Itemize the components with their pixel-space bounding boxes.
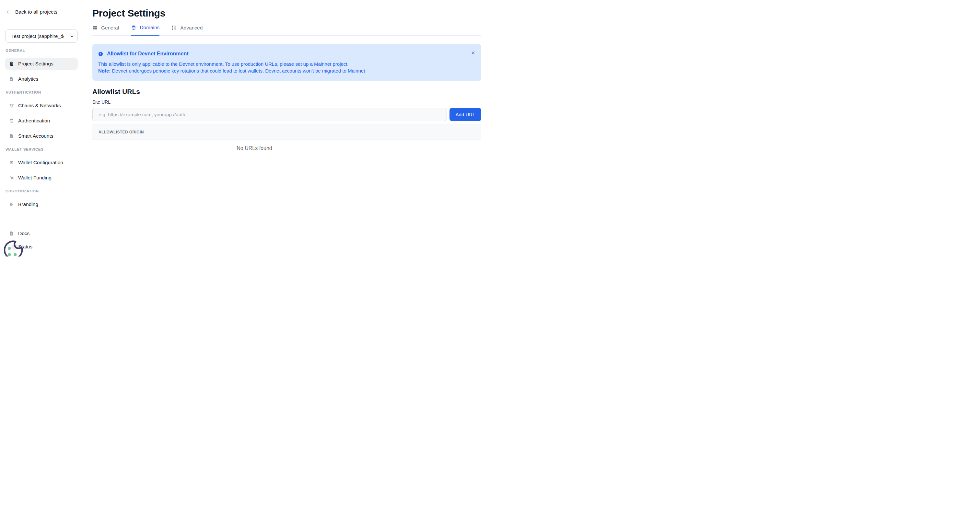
allowlist-urls-heading: Allowlist URLs [92, 88, 481, 95]
banner-line-2: Note: Devnet undergoes periodic key rota… [98, 67, 465, 74]
tab-advanced[interactable]: Advanced [172, 23, 202, 35]
section-label-authentication: AUTHENTICATION [5, 91, 78, 94]
sidebar-item-label: Wallet Funding [18, 175, 51, 181]
banner-header: Allowlist for Devnet Environment [98, 51, 465, 57]
sidebar-item-smart-accounts[interactable]: Smart Accounts [5, 130, 78, 142]
banner-title: Allowlist for Devnet Environment [107, 51, 189, 57]
file-chart-icon [9, 76, 14, 82]
devnet-allowlist-banner: Allowlist for Devnet Environment This al… [92, 44, 481, 81]
wifi-icon [9, 103, 14, 108]
section-label-general: GENERAL [5, 49, 78, 52]
database-icon [9, 118, 14, 123]
add-url-button[interactable]: Add URL [450, 108, 481, 121]
file-icon [9, 133, 14, 139]
sidebar-scroll-area: Test project (sapphire_de GENERAL Projec… [0, 24, 83, 211]
project-selector-dropdown[interactable]: Test project (sapphire_de [5, 29, 78, 43]
cookie-icon [3, 239, 25, 256]
url-input-row: Add URL [92, 108, 481, 121]
arrow-left-icon [5, 9, 11, 15]
page-title: Project Settings [92, 7, 481, 19]
banner-body: This allowlist is only applicable to the… [98, 60, 465, 74]
banner-note-text: Devnet undergoes periodic key rotations … [110, 68, 365, 73]
sidebar-item-docs[interactable]: Docs [5, 227, 78, 240]
sidebar: Back to all projects Test project (sapph… [0, 0, 83, 256]
branding-icon [9, 202, 14, 207]
section-label-wallet-services: WALLET SERVICES [5, 147, 78, 151]
banner-line-1: This allowlist is only applicable to the… [98, 60, 465, 67]
sidebar-item-wallet-funding[interactable]: Wallet Funding [5, 172, 78, 184]
column-header-label: ALLOWLISTED ORIGIN [99, 130, 144, 134]
back-label: Back to all projects [15, 9, 57, 15]
sidebar-item-label: Docs [18, 230, 30, 237]
tab-label: General [101, 25, 119, 31]
tab-label: Advanced [180, 25, 202, 31]
info-icon [98, 51, 103, 56]
sliders-icon [172, 25, 177, 30]
sidebar-item-label: Authentication [18, 118, 50, 124]
sidebar-item-label: Analytics [18, 76, 38, 82]
sidebar-item-label: Smart Accounts [18, 133, 54, 139]
section-label-customization: CUSTOMIZATION [5, 189, 78, 193]
sidebar-item-label: Project Settings [18, 61, 54, 67]
banner-note-label: Note: [98, 68, 110, 73]
chevron-down-icon [70, 34, 74, 38]
wallet-gear-icon [9, 160, 14, 165]
project-selector-value: Test project (sapphire_de [11, 33, 64, 39]
site-url-label: Site URL [92, 99, 481, 105]
tab-domains[interactable]: Domains [131, 23, 159, 36]
main-content: Project Settings General Domains Advance… [83, 0, 490, 256]
sidebar-item-label: Chains & Networks [18, 103, 61, 108]
allowlisted-origin-header: ALLOWLISTED ORIGIN [92, 124, 481, 140]
site-url-input[interactable] [92, 108, 447, 121]
empty-state-message: No URLs found [92, 140, 417, 151]
tab-general[interactable]: General [92, 23, 119, 35]
table-grid-icon [92, 25, 98, 30]
sidebar-item-project-settings[interactable]: Project Settings [5, 58, 78, 70]
clipboard-list-icon [9, 61, 14, 67]
tab-label: Domains [140, 25, 159, 30]
sidebar-item-label: Branding [18, 202, 38, 207]
sidebar-item-chains-networks[interactable]: Chains & Networks [5, 99, 78, 112]
tab-bar: General Domains Advanced [92, 23, 481, 36]
cookie-preferences-button[interactable] [3, 239, 25, 256]
back-to-projects-link[interactable]: Back to all projects [0, 0, 83, 24]
sidebar-item-label: Wallet Configuration [18, 160, 63, 165]
close-icon[interactable] [471, 51, 476, 55]
sidebar-item-authentication[interactable]: Authentication [5, 114, 78, 127]
database-icon [131, 25, 137, 30]
banknote-stack-icon [9, 175, 14, 180]
sidebar-item-branding[interactable]: Branding [5, 198, 78, 211]
file-icon [9, 231, 14, 236]
sidebar-item-analytics[interactable]: Analytics [5, 73, 78, 85]
sidebar-item-wallet-configuration[interactable]: Wallet Configuration [5, 156, 78, 169]
